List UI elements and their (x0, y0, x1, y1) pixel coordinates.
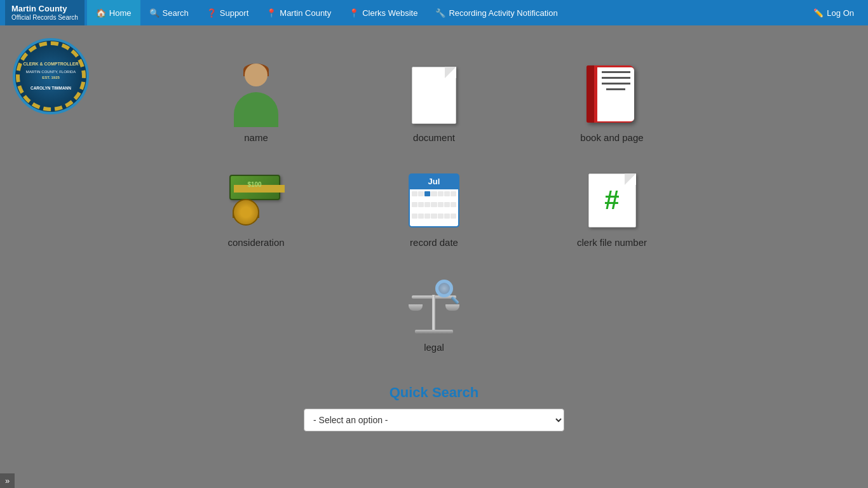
cal-grid (410, 189, 458, 226)
magnify-glass (435, 280, 459, 304)
nav-item-martin-county[interactable]: 📍 Martin County (257, 0, 340, 25)
cal-cell (418, 191, 424, 196)
document-icon (402, 64, 466, 127)
name-label: name (244, 132, 268, 143)
cal-cell (451, 214, 456, 219)
cal-cell (431, 191, 437, 196)
mag-handle (451, 296, 459, 304)
martin-county-icon: 📍 (266, 8, 276, 18)
cal-cell (431, 214, 437, 219)
quick-search-title: Quick Search (390, 384, 479, 401)
consideration-icon: $100 (224, 168, 288, 232)
book-icon (580, 64, 644, 127)
person-body (234, 92, 278, 127)
money-stack: $100 (229, 175, 280, 200)
cal-cell (424, 202, 430, 207)
cal-cell (418, 214, 424, 219)
cal-header: Jul (409, 173, 459, 189)
cal-cell (438, 191, 444, 196)
money-text: $100 (236, 181, 274, 188)
bottom-bar[interactable]: » (0, 473, 15, 488)
brand-subtitle: Official Records Search (11, 14, 78, 22)
logo-container: CLERK & COMPTROLLER MARTIN COUNTY, FLORI… (13, 38, 89, 114)
cal-body (409, 189, 459, 227)
legal-figure (405, 276, 463, 334)
search-item-book-and-page[interactable]: book and page (542, 57, 682, 149)
cal-cell (431, 202, 437, 207)
book-line-1 (602, 71, 630, 73)
cal-cell (451, 191, 456, 196)
nav-clerks-label: Clerks Website (362, 8, 417, 18)
search-item-legal[interactable]: legal (364, 267, 504, 359)
cal-cell (444, 202, 450, 207)
cal-cell (444, 191, 450, 196)
nav-item-recording-notification[interactable]: 🔧 Recording Activity Notification (426, 0, 566, 25)
coin-stack-top (233, 199, 259, 226)
clerk-file-number-label: clerk file number (577, 237, 647, 248)
cal-cell (444, 214, 450, 219)
recording-icon: 🔧 (435, 8, 445, 18)
book-line-4 (606, 88, 625, 90)
search-item-document[interactable]: document (364, 57, 504, 149)
hash-figure: # (588, 173, 636, 227)
quick-search-section: Quick Search - Select an option - Name D… (13, 384, 855, 431)
book-figure (587, 65, 637, 126)
search-item-clerk-file-number[interactable]: # clerk file number (542, 162, 682, 254)
search-item-consideration[interactable]: $100 consideration (186, 162, 326, 254)
mag-lens (435, 280, 453, 297)
calendar-icon: Jul (402, 168, 466, 232)
search-grid: name document (186, 57, 682, 359)
document-figure (412, 67, 456, 124)
book-line-3 (602, 83, 630, 85)
cal-cell (412, 214, 417, 219)
hash-fold (625, 173, 636, 185)
record-date-label: record date (410, 237, 458, 248)
login-label: Log On (827, 8, 854, 18)
search-icon: 🔍 (149, 8, 159, 18)
nav-item-search[interactable]: 🔍 Search (140, 0, 198, 25)
search-item-record-date[interactable]: Jul (364, 162, 504, 254)
nav-recording-label: Recording Activity Notification (449, 8, 557, 18)
nav-support-label: Support (220, 8, 249, 18)
consideration-label: consideration (227, 237, 284, 248)
logo-circle: CLERK & COMPTROLLER MARTIN COUNTY, FLORI… (13, 38, 89, 114)
hash-icon: # (580, 168, 644, 232)
nav-item-clerks-website[interactable]: 📍 Clerks Website (340, 0, 426, 25)
doc-fold (445, 67, 456, 78)
nav-items: 🏠 Home 🔍 Search ❓ Support 📍 Martin Count… (87, 0, 804, 25)
cal-cell (424, 191, 430, 196)
bottom-label: » (5, 476, 10, 485)
person-head (245, 64, 268, 86)
name-icon (224, 64, 288, 127)
nav-home-label: Home (109, 8, 132, 18)
nav-search-label: Search (163, 8, 189, 18)
book-spine (587, 65, 594, 123)
nav-brand[interactable]: Martin County Official Records Search (5, 0, 85, 25)
login-icon: ✏️ (813, 8, 824, 18)
legal-icon (402, 273, 466, 337)
nav-item-support[interactable]: ❓ Support (198, 0, 258, 25)
cal-cell (412, 202, 417, 207)
calendar-figure: Jul (409, 173, 459, 227)
home-icon: 🏠 (96, 8, 106, 18)
login-button[interactable]: ✏️ Log On (804, 0, 863, 25)
cal-cell (424, 214, 430, 219)
hash-symbol: # (604, 187, 619, 214)
search-item-name[interactable]: name (186, 57, 326, 149)
document-label: document (413, 132, 455, 143)
logo-gear-ring (16, 41, 86, 111)
support-icon: ❓ (207, 8, 217, 18)
legal-label: legal (424, 342, 444, 353)
pan-left (409, 304, 423, 311)
book-pages (597, 67, 634, 121)
clerks-icon: 📍 (349, 8, 359, 18)
nav-martin-county-label: Martin County (280, 8, 331, 18)
money-figure: $100 (226, 175, 287, 226)
scale-base (415, 330, 453, 334)
book-and-page-label: book and page (580, 132, 643, 143)
navbar: Martin County Official Records Search 🏠 … (0, 0, 868, 25)
nav-item-home[interactable]: 🏠 Home (87, 0, 140, 25)
cal-cell (418, 202, 424, 207)
quick-search-select[interactable]: - Select an option - Name Document Book … (304, 409, 564, 431)
cal-cell (438, 202, 444, 207)
